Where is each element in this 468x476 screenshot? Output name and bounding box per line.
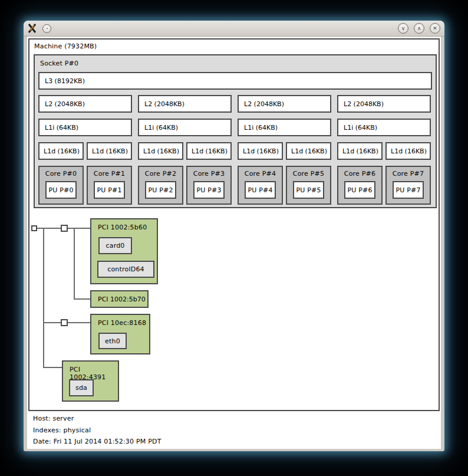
l1i-cache-label: L1i (64KB) bbox=[344, 124, 377, 132]
legend-indexes: Indexes: physical bbox=[33, 426, 91, 434]
menu-dot-icon bbox=[47, 28, 48, 29]
l1d-cache-label: L1d (16KB) bbox=[192, 147, 228, 155]
l3-cache-label: L3 (8192KB) bbox=[45, 77, 85, 85]
pu-box: PU P#0 bbox=[45, 181, 77, 199]
minimize-button[interactable]: ∨ bbox=[398, 23, 408, 34]
pu-label: PU P#2 bbox=[148, 186, 173, 194]
l1d-cache-box: L1d (16KB) bbox=[38, 142, 84, 160]
l1d-cache-label: L1d (16KB) bbox=[143, 147, 179, 155]
tree-line bbox=[37, 228, 62, 229]
l2-cache-label: L2 (2048KB) bbox=[45, 100, 85, 108]
l1i-cache-box: L1i (64KB) bbox=[238, 119, 331, 136]
device-box-card0: card0 bbox=[98, 237, 132, 254]
pu-box: PU P#5 bbox=[293, 181, 324, 199]
close-icon: ✕ bbox=[433, 26, 437, 31]
tree-line bbox=[68, 228, 90, 229]
l1i-cache-label: L1i (64KB) bbox=[244, 124, 278, 132]
core-label: Core P#7 bbox=[387, 170, 430, 178]
pci-box-1002-5b60: PCI 1002:5b60 card0 controlD64 bbox=[90, 218, 158, 284]
pu-label: PU P#3 bbox=[196, 186, 221, 194]
socket-box: Socket P#0 L3 (8192KB) L2 (2048KB) L2 (2… bbox=[34, 54, 437, 208]
pci-box-10ec-8168: PCI 10ec:8168 eth0 bbox=[90, 314, 150, 354]
l1d-cache-label: L1d (16KB) bbox=[291, 147, 327, 155]
l1d-cache-label: L1d (16KB) bbox=[342, 147, 378, 155]
l1d-cache-box: L1d (16KB) bbox=[337, 142, 383, 160]
chevron-up-icon: ∧ bbox=[417, 26, 421, 31]
l1d-cache-box: L1d (16KB) bbox=[186, 142, 232, 160]
l1d-cache-box: L1d (16KB) bbox=[87, 142, 132, 160]
topology-canvas: Machine (7932MB) Socket P#0 L3 (8192KB) … bbox=[27, 37, 441, 449]
lstopo-window: ∨ ∧ ✕ Machine (7932MB) Socket P#0 L3 (81… bbox=[24, 21, 444, 451]
window-menu-button[interactable] bbox=[42, 24, 51, 33]
l1d-cache-box: L1d (16KB) bbox=[385, 142, 431, 160]
pci-box-1002-5b70: PCI 1002:5b70 bbox=[90, 290, 149, 308]
core-label: Core P#0 bbox=[39, 170, 83, 178]
close-button[interactable]: ✕ bbox=[430, 23, 440, 34]
legend-date: Date: Fri 11 Jul 2014 01:52:30 PM PDT bbox=[33, 438, 162, 445]
pu-label: PU P#5 bbox=[296, 186, 321, 194]
core-box: Core P#2 PU P#2 bbox=[138, 166, 183, 205]
l1d-cache-box: L1d (16KB) bbox=[238, 142, 283, 160]
maximize-button[interactable]: ∧ bbox=[414, 23, 424, 34]
core-box: Core P#1 PU P#1 bbox=[87, 166, 132, 205]
pu-label: PU P#1 bbox=[97, 186, 121, 194]
core-label: Core P#5 bbox=[287, 170, 330, 178]
l2-cache-label: L2 (2048KB) bbox=[144, 100, 184, 108]
l2-cache-box: L2 (2048KB) bbox=[138, 95, 232, 113]
core-box: Core P#3 PU P#3 bbox=[186, 166, 232, 205]
device-box-eth0: eth0 bbox=[98, 333, 127, 349]
core-box: Core P#5 PU P#5 bbox=[286, 166, 331, 205]
pu-label: PU P#7 bbox=[396, 186, 420, 194]
l1d-cache-label: L1d (16KB) bbox=[391, 147, 427, 155]
legend-host: Host: server bbox=[33, 415, 74, 422]
tree-line bbox=[43, 228, 44, 368]
pu-box: PU P#1 bbox=[94, 181, 125, 199]
tree-line bbox=[74, 228, 75, 300]
pu-box: PU P#4 bbox=[245, 181, 276, 199]
l3-cache-box: L3 (8192KB) bbox=[38, 72, 432, 90]
bridge-square bbox=[61, 225, 68, 232]
l2-cache-box: L2 (2048KB) bbox=[38, 95, 132, 113]
device-box-sda: sda bbox=[69, 379, 94, 396]
core-box: Core P#0 PU P#0 bbox=[38, 166, 84, 205]
device-label: eth0 bbox=[105, 337, 120, 345]
l1d-cache-box: L1d (16KB) bbox=[138, 142, 183, 160]
bridge-square bbox=[61, 319, 68, 326]
device-box-controlD64: controlD64 bbox=[97, 261, 154, 278]
pu-box: PU P#3 bbox=[193, 181, 225, 199]
machine-box: Machine (7932MB) Socket P#0 L3 (8192KB) … bbox=[28, 38, 440, 411]
chevron-down-icon: ∨ bbox=[401, 26, 406, 31]
pu-label: PU P#4 bbox=[248, 186, 272, 194]
pu-box: PU P#6 bbox=[344, 181, 375, 199]
core-label: Core P#3 bbox=[187, 170, 230, 178]
pu-box: PU P#7 bbox=[393, 181, 424, 199]
core-label: Core P#4 bbox=[239, 170, 282, 178]
tree-line bbox=[68, 322, 90, 323]
tree-line bbox=[43, 367, 63, 368]
l1i-cache-box: L1i (64KB) bbox=[38, 119, 132, 136]
l2-cache-box: L2 (2048KB) bbox=[238, 95, 331, 113]
tree-line bbox=[74, 298, 90, 300]
l1d-cache-label: L1d (16KB) bbox=[92, 147, 128, 155]
core-label: Core P#1 bbox=[88, 170, 131, 178]
pci-label: PCI 1002:5b70 bbox=[98, 296, 146, 303]
l2-cache-label: L2 (2048KB) bbox=[344, 100, 384, 108]
device-label: sda bbox=[75, 384, 87, 392]
device-label: card0 bbox=[106, 242, 124, 250]
device-label: controlD64 bbox=[107, 265, 144, 273]
l1i-cache-label: L1i (64KB) bbox=[144, 124, 178, 132]
titlebar[interactable]: ∨ ∧ ✕ bbox=[24, 21, 444, 37]
pci-label: PCI 10ec:8168 bbox=[98, 319, 146, 327]
socket-label: Socket P#0 bbox=[40, 60, 78, 67]
l1d-cache-label: L1d (16KB) bbox=[243, 147, 279, 155]
hostbridge-square bbox=[31, 225, 37, 231]
core-box: Core P#4 PU P#4 bbox=[238, 166, 283, 205]
core-box: Core P#7 PU P#7 bbox=[385, 166, 431, 205]
l1d-cache-box: L1d (16KB) bbox=[286, 142, 331, 160]
l2-cache-box: L2 (2048KB) bbox=[337, 95, 431, 113]
app-x-icon bbox=[28, 24, 38, 33]
l2-cache-label: L2 (2048KB) bbox=[244, 100, 284, 108]
core-box: Core P#6 PU P#6 bbox=[337, 166, 383, 205]
desktop: { "window": { "title": "", "buttons": { … bbox=[0, 0, 468, 476]
pci-label: PCI 1002:5b60 bbox=[98, 224, 147, 231]
